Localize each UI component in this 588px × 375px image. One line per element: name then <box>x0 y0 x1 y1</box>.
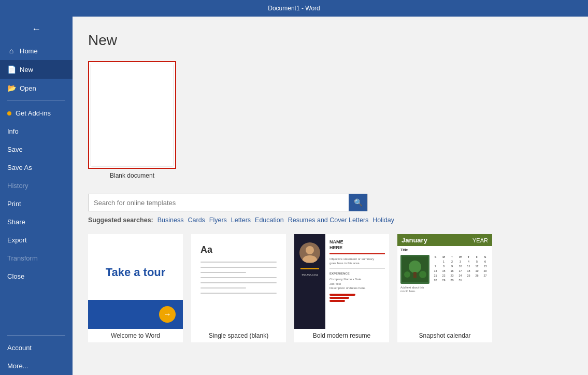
suggested-holiday[interactable]: Holiday <box>372 217 394 224</box>
blank-doc-inner <box>91 64 173 166</box>
sidebar-item-close[interactable]: Close <box>0 267 73 285</box>
cal-cell-8: 8 <box>440 264 448 268</box>
template-thumb-calendar: January YEAR Title <box>397 234 492 329</box>
suggested-education[interactable]: Education <box>255 217 284 224</box>
search-icon: 🔍 <box>354 198 363 207</box>
tpl-cal-body: Add text about thismonth here. S M T W T… <box>397 252 492 329</box>
cal-cell-20: 20 <box>481 269 489 273</box>
resume-bar-3 <box>329 300 345 302</box>
tpl-cal-text: Add text about thismonth here. <box>400 286 429 293</box>
tpl-welcome-top: Take a tour <box>88 234 183 300</box>
cal-day-m: M <box>440 255 448 259</box>
svg-rect-3 <box>413 272 417 278</box>
sidebar-item-more[interactable]: More... <box>0 357 73 375</box>
sidebar-item-home[interactable]: ⌂ Home <box>0 41 73 60</box>
cal-cell-6: 6 <box>481 259 489 264</box>
app-body: ← ⌂ Home 📄 New 📂 Open Get Add-ins Info <box>0 17 588 375</box>
sidebar-item-account[interactable]: Account <box>0 339 73 357</box>
sidebar-label-more: More... <box>7 362 28 370</box>
resume-accent-line <box>300 268 319 269</box>
tpl-blank-line-2 <box>200 267 277 268</box>
cal-cell-21: 21 <box>432 273 439 278</box>
cal-cell-23: 23 <box>448 273 456 278</box>
back-button[interactable]: ← <box>0 17 73 41</box>
sidebar-item-export[interactable]: Export <box>0 231 73 249</box>
cal-cell-7: 7 <box>432 264 439 268</box>
cal-cell-28: 28 <box>432 278 439 282</box>
resume-bar-row-1 <box>329 294 385 296</box>
cal-year: YEAR <box>472 237 488 244</box>
search-input[interactable] <box>89 199 349 207</box>
sidebar-item-share[interactable]: Share <box>0 213 73 231</box>
search-bar: 🔍 <box>88 194 368 211</box>
cal-doc-title: Title <box>397 246 492 252</box>
template-card-resume[interactable]: 555-555-1234 NAMEHERE Objective statemen… <box>294 234 389 342</box>
cal-cell-9: 9 <box>448 264 456 268</box>
tpl-blank-line-3 <box>200 272 246 273</box>
sidebar: ← ⌂ Home 📄 New 📂 Open Get Add-ins Info <box>0 17 73 375</box>
suggested-resumes[interactable]: Resumes and Cover Letters <box>288 217 369 224</box>
suggested-searches: Suggested searches: Business Cards Flyer… <box>88 217 572 224</box>
template-card-calendar[interactable]: January YEAR Title <box>397 234 492 342</box>
blank-doc-wrapper[interactable]: Blank document <box>88 61 176 179</box>
cal-day-s2: S <box>481 255 489 259</box>
tpl-cal-right: Add text about thismonth here. <box>400 255 429 326</box>
sidebar-item-info[interactable]: Info <box>0 122 73 140</box>
cal-month: January <box>401 236 427 244</box>
sidebar-label-print: Print <box>7 200 21 208</box>
tpl-welcome-bottom: → <box>88 300 183 329</box>
tpl-resume-left: 555-555-1234 <box>294 234 325 329</box>
resume-photo <box>299 242 320 263</box>
search-button[interactable]: 🔍 <box>349 194 367 211</box>
blank-doc-label: Blank document <box>88 172 176 179</box>
resume-divider-2 <box>329 268 385 269</box>
cal-cell-15: 15 <box>440 269 448 273</box>
cal-cell-12: 12 <box>473 264 481 268</box>
cal-day-w: W <box>456 255 464 259</box>
resume-exp-text: Company Name • DateJob TitleDescription … <box>329 277 385 290</box>
templates-top: Blank document <box>88 61 572 179</box>
svg-point-0 <box>306 246 314 254</box>
cal-cell-4: 4 <box>465 259 472 264</box>
suggested-letters[interactable]: Letters <box>231 217 251 224</box>
open-icon: 📂 <box>7 84 16 92</box>
cal-cell-5: 5 <box>473 259 481 264</box>
cal-day-s1: S <box>432 255 439 259</box>
sidebar-item-save-as[interactable]: Save As <box>0 158 73 177</box>
cal-cell-13: 13 <box>481 264 489 268</box>
sidebar-item-new[interactable]: 📄 New <box>0 60 73 79</box>
suggested-business[interactable]: Business <box>157 217 184 224</box>
sidebar-item-get-add-ins[interactable]: Get Add-ins <box>0 104 73 122</box>
sidebar-label-info: Info <box>7 127 19 135</box>
template-label-welcome: Welcome to Word <box>88 329 183 342</box>
cal-cell-14: 14 <box>432 269 439 273</box>
sidebar-item-save[interactable]: Save <box>0 140 73 158</box>
cal-day-t1: T <box>448 255 456 259</box>
person-svg <box>300 243 320 263</box>
cal-nature-svg <box>402 256 428 282</box>
resume-bar-2 <box>329 297 349 299</box>
template-card-welcome[interactable]: Take a tour → Welcome to Word <box>88 234 183 342</box>
suggested-flyers[interactable]: Flyers <box>209 217 227 224</box>
sidebar-label-export: Export <box>7 236 27 244</box>
title-bar: Document1 - Word <box>0 0 588 17</box>
template-label-single-spaced: Single spaced (blank) <box>191 329 286 342</box>
template-thumb-resume: 555-555-1234 NAMEHERE Objective statemen… <box>294 234 389 329</box>
sidebar-item-print[interactable]: Print <box>0 195 73 213</box>
svg-point-5 <box>419 271 426 278</box>
cal-cell-26: 26 <box>473 273 481 278</box>
cal-cell-24: 24 <box>456 273 464 278</box>
resume-skills <box>329 294 385 302</box>
sidebar-item-open[interactable]: 📂 Open <box>0 79 73 97</box>
cal-cell-2: 2 <box>448 259 456 264</box>
sidebar-label-open: Open <box>20 84 36 92</box>
home-icon: ⌂ <box>7 47 16 55</box>
sidebar-label-save: Save <box>7 146 23 153</box>
cal-cell-30: 30 <box>448 278 456 282</box>
tpl-resume: 555-555-1234 NAMEHERE Objective statemen… <box>294 234 389 329</box>
sidebar-bottom: Account More... <box>0 332 73 375</box>
sidebar-label-save-as: Save As <box>7 164 32 171</box>
template-card-single-spaced[interactable]: Aa Single spaced (blank) <box>191 234 286 342</box>
resume-name: NAMEHERE <box>329 239 385 251</box>
suggested-cards[interactable]: Cards <box>188 217 205 224</box>
